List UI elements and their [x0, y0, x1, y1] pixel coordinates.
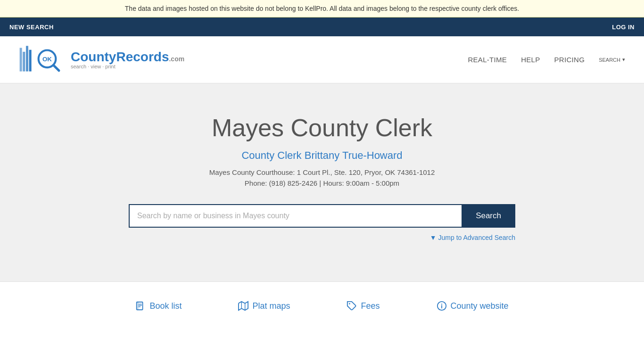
top-navigation: NEW SEARCH LOG IN [0, 17, 644, 36]
svg-rect-0 [20, 48, 22, 72]
svg-line-6 [53, 65, 59, 71]
nav-real-time[interactable]: REAL-TIME [468, 56, 507, 64]
log-in-link[interactable]: LOG IN [612, 24, 635, 31]
banner-text: The data and images hosted on this websi… [125, 5, 519, 12]
logo-brand-text: CountyRecords.com [71, 50, 184, 64]
nav-search-label: SEARCH [599, 57, 620, 63]
map-icon [238, 301, 248, 311]
svg-rect-2 [26, 46, 28, 71]
svg-rect-8 [138, 302, 139, 310]
svg-point-14 [349, 303, 351, 304]
phone-hours: Phone: (918) 825-2426 | Hours: 9:00am - … [245, 179, 399, 187]
advanced-search-link[interactable]: ▼ Jump to Advanced Search [430, 234, 515, 241]
info-icon [437, 301, 447, 311]
footer-links-section: Book list Plat maps Fees County website [0, 281, 644, 330]
book-list-link[interactable]: Book list [135, 301, 182, 311]
advanced-search-wrapper: ▼ Jump to Advanced Search [129, 233, 515, 242]
search-bar: Search [129, 204, 515, 228]
svg-text:OK: OK [42, 56, 52, 63]
svg-rect-1 [23, 52, 25, 72]
new-search-link[interactable]: NEW SEARCH [9, 24, 54, 31]
svg-rect-3 [29, 50, 32, 72]
dropdown-chevron-icon: ▾ [622, 57, 625, 63]
nav-search-dropdown[interactable]: SEARCH ▾ [599, 57, 625, 63]
main-navigation: REAL-TIME HELP PRICING SEARCH ▾ [468, 56, 625, 64]
hero-section: Mayes County Clerk County Clerk Brittany… [0, 83, 644, 281]
nav-help[interactable]: HELP [521, 56, 540, 64]
plat-maps-label: Plat maps [252, 301, 290, 311]
county-website-label: County website [451, 301, 509, 311]
search-button[interactable]: Search [462, 204, 515, 228]
book-icon [135, 301, 146, 311]
logo-area: OK CountyRecords.com search · view · pri… [19, 42, 184, 77]
book-list-label: Book list [149, 301, 182, 311]
logo-tagline: search · view · print [71, 64, 184, 69]
fees-label: Fees [361, 301, 380, 311]
courthouse-address: Mayes County Courthouse: 1 Court Pl., St… [209, 168, 435, 176]
search-input[interactable] [129, 204, 462, 228]
site-header: OK CountyRecords.com search · view · pri… [0, 36, 644, 83]
logo-icon: OK [19, 42, 66, 77]
county-title: Mayes County Clerk [212, 114, 432, 142]
tag-icon [347, 301, 357, 311]
logo-text-container: CountyRecords.com search · view · print [71, 50, 184, 69]
nav-pricing[interactable]: PRICING [554, 56, 585, 64]
notice-banner: The data and images hosted on this websi… [0, 0, 644, 17]
fees-link[interactable]: Fees [347, 301, 380, 311]
county-website-link[interactable]: County website [437, 301, 509, 311]
plat-maps-link[interactable]: Plat maps [238, 301, 290, 311]
clerk-name: County Clerk Brittany True-Howard [241, 149, 402, 162]
